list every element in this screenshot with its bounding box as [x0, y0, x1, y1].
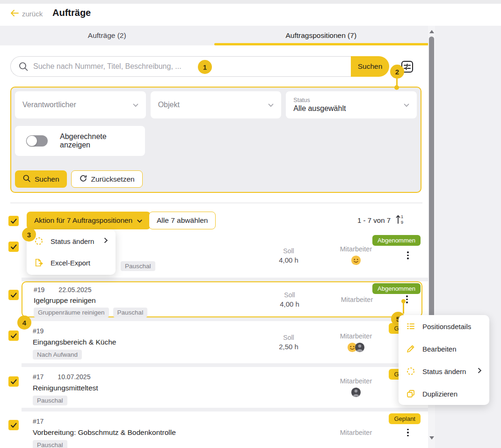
toggle-knob [27, 136, 37, 146]
row-main: #17 Vorbereitung: Gobschmutz & Bodenkont… [33, 418, 176, 448]
chevron-down-icon [267, 101, 275, 110]
avatar-photo [355, 342, 365, 353]
table-row[interactable]: #1710.07.2025 Reinigungsmitteltest Pausc… [22, 367, 422, 408]
filter-reset-button[interactable]: Zurücksetzen [71, 170, 143, 188]
scroll-up-arrow[interactable] [429, 30, 434, 33]
scrollbar-thumb[interactable] [429, 37, 434, 351]
select-all-checkbox[interactable] [8, 216, 19, 226]
filter-panel: Verantwortlicher Objekt Status Alle ausg… [10, 87, 421, 193]
billed-toggle-label: Abgerechnete anzeigen [60, 132, 134, 149]
annotation-badge-2: 2 [390, 65, 404, 79]
export-document-icon [34, 258, 44, 267]
row-main: #1922.05.2025 Igelgruppe reinigen Gruppe… [34, 286, 147, 317]
search-submit-button[interactable]: Suchen [351, 56, 389, 77]
row-checkbox[interactable] [8, 376, 19, 387]
row-number: #19 [34, 286, 44, 294]
row-main: #19 Eingangsbereich & Küche Nach Aufwand [33, 327, 116, 360]
row-tag: Pauschal [33, 440, 67, 448]
responsible-placeholder: Verantwortlicher [22, 101, 76, 109]
mitarbeiter-label: Mitarbeiter [340, 377, 372, 385]
menu-item-status-aendern[interactable]: Status ändern [27, 230, 116, 252]
row-checkbox[interactable] [8, 242, 19, 252]
sort-icon[interactable]: 19 [395, 213, 405, 227]
row-title: Reinigungsmitteltest [33, 384, 98, 392]
tab-auftragspositionen[interactable]: Auftragspositionen (7) [214, 26, 428, 45]
header: zurück Aufträge [0, 4, 501, 26]
bulk-action-button[interactable]: Aktion für 7 Auftragspositionen [27, 212, 151, 229]
divider [10, 203, 422, 203]
row-checkbox[interactable] [8, 290, 19, 300]
soll-value: 4,00 h [279, 256, 298, 264]
menu-item-label: Excel-Export [51, 259, 90, 267]
search-icon [18, 61, 29, 73]
soll-label: Soll [284, 291, 295, 299]
status-badge: Abgenommen [372, 235, 421, 246]
row-checkbox[interactable] [8, 420, 19, 430]
row-menu-button[interactable] [404, 426, 412, 439]
filter-reset-label: Zurücksetzen [91, 175, 135, 184]
row-checkbox[interactable] [8, 330, 19, 341]
soll-column: Soll 4,00 h [263, 233, 314, 278]
soll-column: Soll 2,50 h [263, 321, 314, 363]
status-badge: Geplant [389, 413, 421, 424]
filter-buttons: Suchen Zurücksetzen [15, 170, 417, 188]
soll-column: Soll 4,00 h [264, 282, 315, 316]
tab-auftragspositionen-label: Auftragspositionen (7) [285, 31, 356, 40]
avatar-smiley [351, 255, 361, 265]
menu-item-duplizieren[interactable]: Duplizieren [399, 382, 489, 405]
menu-item-positionsdetails[interactable]: Positionsdetails [399, 315, 489, 338]
row-gap [22, 363, 428, 367]
svg-text:1: 1 [401, 214, 403, 219]
row-date: 22.05.2025 [58, 286, 91, 294]
chevron-down-icon [132, 101, 139, 110]
svg-text:9: 9 [401, 220, 403, 225]
menu-item-excel-export[interactable]: Excel-Export [27, 252, 116, 273]
row-gap [22, 408, 428, 411]
row-number: #17 [33, 418, 44, 425]
back-link[interactable]: zurück [10, 10, 43, 18]
row-tag: Pauschal [121, 261, 155, 271]
object-dropdown[interactable]: Objekt [151, 91, 282, 118]
row-menu-button[interactable] [404, 250, 412, 262]
back-label: zurück [22, 10, 43, 18]
active-tab-underline [214, 43, 428, 45]
scroll-down-arrow[interactable] [429, 436, 434, 440]
page-title: Aufträge [52, 7, 91, 18]
deselect-all-button[interactable]: Alle 7 abwählen [149, 212, 216, 229]
bulk-action-menu: Status ändern Excel-Export [27, 229, 116, 275]
list-icon [406, 322, 415, 331]
billed-toggle[interactable] [26, 135, 48, 147]
search-icon [22, 174, 31, 184]
row-number: #19 [33, 327, 44, 335]
table-row-selected[interactable]: #1922.05.2025 Igelgruppe reinigen Gruppe… [22, 281, 422, 317]
status-dropdown[interactable]: Status Alle ausgewählt [286, 91, 417, 118]
mitarbeiter-label: Mitarbeiter [341, 296, 373, 303]
table-row[interactable]: #17 Vorbereitung: Gobschmutz & Bodenkont… [22, 411, 422, 448]
row-gap [22, 317, 428, 321]
annotation-connector-dot [394, 85, 399, 90]
tab-auftraege[interactable]: Aufträge (2) [0, 26, 214, 45]
row-main: #1710.07.2025 Reinigungsmitteltest Pausc… [33, 373, 98, 405]
annotation-badge-1: 1 [198, 60, 212, 74]
pencil-icon [406, 344, 415, 353]
bulk-action-label: Aktion für 7 Auftragspositionen [34, 216, 132, 225]
status-dropdown-label: Status [293, 97, 310, 103]
page: zurück Aufträge Aufträge (2) Auftragspos… [0, 0, 501, 448]
soll-label: Soll [283, 247, 294, 255]
menu-item-status-aendern[interactable]: Status ändern [399, 360, 489, 382]
responsible-dropdown[interactable]: Verantwortlicher [15, 91, 146, 118]
tab-auftraege-label: Aufträge (2) [88, 31, 126, 40]
top-strip [0, 0, 501, 4]
filter-search-button[interactable]: Suchen [15, 170, 67, 188]
deselect-all-label: Alle 7 abwählen [157, 216, 208, 225]
table-row[interactable]: #19 Eingangsbereich & Küche Nach Aufwand… [22, 321, 422, 363]
menu-item-bearbeiten[interactable]: Bearbeiten [399, 338, 489, 360]
chevron-down-icon [403, 101, 410, 110]
menu-item-label: Positionsdetails [422, 323, 471, 330]
annotation-connector [403, 302, 404, 314]
billed-toggle-card: Abgerechnete anzeigen [15, 126, 145, 156]
search-input[interactable] [10, 56, 351, 77]
annotation-badge-4: 4 [17, 316, 31, 330]
soll-label: Soll [283, 334, 294, 341]
menu-item-label: Status ändern [422, 367, 466, 375]
